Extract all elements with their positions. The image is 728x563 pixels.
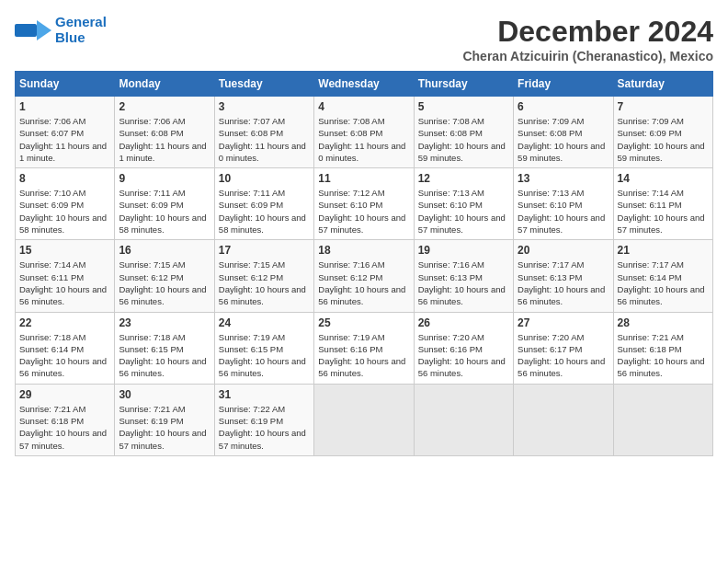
- calendar-cell: 20 Sunrise: 7:17 AM Sunset: 6:13 PM Dayl…: [514, 240, 613, 312]
- day-info: Sunrise: 7:11 AM Sunset: 6:09 PM Dayligh…: [219, 187, 310, 236]
- day-info: Sunrise: 7:15 AM Sunset: 6:12 PM Dayligh…: [119, 259, 210, 307]
- logo: General Blue: [15, 15, 107, 45]
- day-number: 3: [219, 100, 310, 113]
- day-number: 8: [19, 172, 110, 185]
- day-number: 17: [219, 244, 310, 257]
- calendar-cell: 12 Sunrise: 7:13 AM Sunset: 6:10 PM Dayl…: [414, 168, 513, 240]
- day-number: 28: [618, 316, 709, 329]
- day-number: 16: [119, 244, 210, 257]
- calendar-cell: 9 Sunrise: 7:11 AM Sunset: 6:09 PM Dayli…: [115, 168, 214, 240]
- calendar-cell: 7 Sunrise: 7:09 AM Sunset: 6:09 PM Dayli…: [613, 97, 712, 168]
- day-number: 11: [318, 172, 409, 185]
- day-info: Sunrise: 7:16 AM Sunset: 6:13 PM Dayligh…: [418, 259, 509, 307]
- header-wednesday: Wednesday: [314, 72, 414, 97]
- day-number: 30: [119, 388, 210, 401]
- day-info: Sunrise: 7:21 AM Sunset: 6:19 PM Dayligh…: [119, 403, 210, 452]
- day-number: 21: [618, 244, 709, 257]
- day-number: 19: [418, 244, 509, 257]
- calendar-cell: 30 Sunrise: 7:21 AM Sunset: 6:19 PM Dayl…: [115, 384, 214, 455]
- day-info: Sunrise: 7:14 AM Sunset: 6:11 PM Dayligh…: [19, 259, 110, 307]
- week-row-1: 1 Sunrise: 7:06 AM Sunset: 6:07 PM Dayli…: [16, 97, 713, 168]
- day-info: Sunrise: 7:14 AM Sunset: 6:11 PM Dayligh…: [618, 187, 709, 236]
- day-number: 10: [219, 172, 310, 185]
- svg-rect-0: [15, 24, 37, 37]
- header-tuesday: Tuesday: [214, 72, 313, 97]
- header-friday: Friday: [514, 72, 613, 97]
- day-info: Sunrise: 7:07 AM Sunset: 6:08 PM Dayligh…: [219, 115, 310, 164]
- day-info: Sunrise: 7:21 AM Sunset: 6:18 PM Dayligh…: [618, 331, 709, 380]
- calendar-cell: 26 Sunrise: 7:20 AM Sunset: 6:16 PM Dayl…: [414, 312, 513, 384]
- calendar-title: December 2024: [462, 15, 713, 49]
- day-info: Sunrise: 7:19 AM Sunset: 6:16 PM Dayligh…: [318, 331, 409, 380]
- day-info: Sunrise: 7:18 AM Sunset: 6:14 PM Dayligh…: [19, 331, 110, 380]
- day-info: Sunrise: 7:09 AM Sunset: 6:08 PM Dayligh…: [518, 115, 609, 164]
- day-info: Sunrise: 7:08 AM Sunset: 6:08 PM Dayligh…: [418, 115, 509, 164]
- header-row: Sunday Monday Tuesday Wednesday Thursday…: [16, 72, 713, 97]
- day-info: Sunrise: 7:17 AM Sunset: 6:14 PM Dayligh…: [618, 259, 709, 307]
- day-number: 13: [518, 172, 609, 185]
- calendar-cell: [314, 384, 414, 455]
- header-monday: Monday: [115, 72, 214, 97]
- day-number: 4: [318, 100, 409, 113]
- calendar-cell: 18 Sunrise: 7:16 AM Sunset: 6:12 PM Dayl…: [314, 240, 414, 312]
- day-number: 25: [318, 316, 409, 329]
- day-number: 2: [119, 100, 210, 113]
- calendar-cell: 16 Sunrise: 7:15 AM Sunset: 6:12 PM Dayl…: [115, 240, 214, 312]
- calendar-cell: 21 Sunrise: 7:17 AM Sunset: 6:14 PM Dayl…: [613, 240, 712, 312]
- title-section: December 2024 Cheran Atzicuirin (Cherana…: [462, 15, 713, 63]
- day-number: 5: [418, 100, 509, 113]
- logo-blue: Blue: [55, 30, 107, 46]
- calendar-cell: 11 Sunrise: 7:12 AM Sunset: 6:10 PM Dayl…: [314, 168, 414, 240]
- calendar-cell: 13 Sunrise: 7:13 AM Sunset: 6:10 PM Dayl…: [514, 168, 613, 240]
- day-info: Sunrise: 7:15 AM Sunset: 6:12 PM Dayligh…: [219, 259, 310, 307]
- day-number: 22: [19, 316, 110, 329]
- week-row-3: 15 Sunrise: 7:14 AM Sunset: 6:11 PM Dayl…: [16, 240, 713, 312]
- day-number: 12: [418, 172, 509, 185]
- week-row-2: 8 Sunrise: 7:10 AM Sunset: 6:09 PM Dayli…: [16, 168, 713, 240]
- calendar-cell: 28 Sunrise: 7:21 AM Sunset: 6:18 PM Dayl…: [613, 312, 712, 384]
- calendar-cell: 14 Sunrise: 7:14 AM Sunset: 6:11 PM Dayl…: [613, 168, 712, 240]
- day-info: Sunrise: 7:10 AM Sunset: 6:09 PM Dayligh…: [19, 187, 110, 236]
- header-sunday: Sunday: [16, 72, 115, 97]
- calendar-cell: [613, 384, 712, 455]
- calendar-cell: 3 Sunrise: 7:07 AM Sunset: 6:08 PM Dayli…: [214, 97, 313, 168]
- calendar-cell: 24 Sunrise: 7:19 AM Sunset: 6:15 PM Dayl…: [214, 312, 313, 384]
- day-number: 7: [618, 100, 709, 113]
- week-row-5: 29 Sunrise: 7:21 AM Sunset: 6:18 PM Dayl…: [16, 384, 713, 455]
- day-number: 1: [19, 100, 110, 113]
- calendar-cell: 10 Sunrise: 7:11 AM Sunset: 6:09 PM Dayl…: [214, 168, 313, 240]
- day-number: 23: [119, 316, 210, 329]
- header: General Blue December 2024 Cheran Atzicu…: [15, 15, 713, 63]
- day-info: Sunrise: 7:13 AM Sunset: 6:10 PM Dayligh…: [518, 187, 609, 236]
- day-info: Sunrise: 7:18 AM Sunset: 6:15 PM Dayligh…: [119, 331, 210, 380]
- calendar-cell: 6 Sunrise: 7:09 AM Sunset: 6:08 PM Dayli…: [514, 97, 613, 168]
- day-number: 24: [219, 316, 310, 329]
- calendar-cell: 1 Sunrise: 7:06 AM Sunset: 6:07 PM Dayli…: [16, 97, 115, 168]
- week-row-4: 22 Sunrise: 7:18 AM Sunset: 6:14 PM Dayl…: [16, 312, 713, 384]
- calendar-cell: 15 Sunrise: 7:14 AM Sunset: 6:11 PM Dayl…: [16, 240, 115, 312]
- calendar-cell: 5 Sunrise: 7:08 AM Sunset: 6:08 PM Dayli…: [414, 97, 513, 168]
- day-info: Sunrise: 7:09 AM Sunset: 6:09 PM Dayligh…: [618, 115, 709, 164]
- calendar-cell: 17 Sunrise: 7:15 AM Sunset: 6:12 PM Dayl…: [214, 240, 313, 312]
- header-thursday: Thursday: [414, 72, 513, 97]
- day-info: Sunrise: 7:17 AM Sunset: 6:13 PM Dayligh…: [518, 259, 609, 307]
- day-info: Sunrise: 7:16 AM Sunset: 6:12 PM Dayligh…: [318, 259, 409, 307]
- calendar-subtitle: Cheran Atzicuirin (Cheranastico), Mexico: [462, 49, 713, 63]
- calendar-cell: [414, 384, 513, 455]
- day-number: 29: [19, 388, 110, 401]
- day-number: 31: [219, 388, 310, 401]
- day-info: Sunrise: 7:19 AM Sunset: 6:15 PM Dayligh…: [219, 331, 310, 380]
- calendar-cell: 2 Sunrise: 7:06 AM Sunset: 6:08 PM Dayli…: [115, 97, 214, 168]
- day-number: 27: [518, 316, 609, 329]
- logo-general: General: [55, 15, 107, 30]
- day-info: Sunrise: 7:13 AM Sunset: 6:10 PM Dayligh…: [418, 187, 509, 236]
- header-saturday: Saturday: [613, 72, 712, 97]
- calendar-cell: 19 Sunrise: 7:16 AM Sunset: 6:13 PM Dayl…: [414, 240, 513, 312]
- day-number: 6: [518, 100, 609, 113]
- day-number: 14: [618, 172, 709, 185]
- day-number: 26: [418, 316, 509, 329]
- day-info: Sunrise: 7:08 AM Sunset: 6:08 PM Dayligh…: [318, 115, 409, 164]
- day-info: Sunrise: 7:11 AM Sunset: 6:09 PM Dayligh…: [119, 187, 210, 236]
- day-number: 20: [518, 244, 609, 257]
- calendar-cell: 27 Sunrise: 7:20 AM Sunset: 6:17 PM Dayl…: [514, 312, 613, 384]
